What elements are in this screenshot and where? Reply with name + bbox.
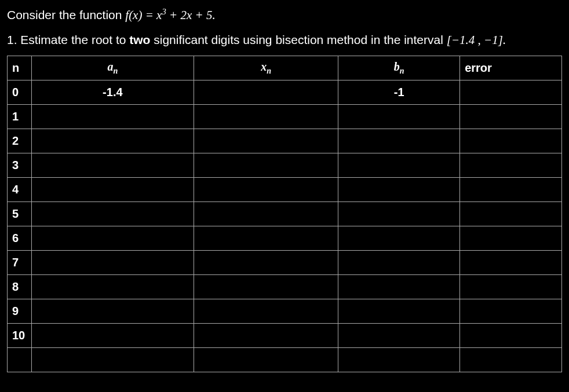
cell-n: 4 — [8, 178, 32, 202]
table-row: 2 — [8, 129, 562, 153]
table-row: 0-1.4-1 — [8, 80, 562, 105]
table-body: 0-1.4-112345678910 — [8, 80, 562, 372]
cell-xn — [194, 105, 338, 129]
cell-n: 7 — [8, 251, 32, 275]
table-row: 7 — [8, 251, 562, 275]
function-expression: f(x) = x3 + 2x + 5. — [125, 8, 215, 22]
cell-bn — [338, 299, 460, 324]
question-prefix: 1. Estimate the root to — [7, 33, 129, 46]
cell-an — [31, 129, 194, 153]
cell-an — [31, 275, 194, 299]
cell-error — [460, 153, 562, 178]
question-line: 1. Estimate the root to two significant … — [7, 33, 562, 47]
cell-an — [31, 153, 194, 178]
table-row: 10 — [8, 324, 562, 348]
cell-bn: -1 — [338, 80, 460, 105]
cell-error — [460, 105, 562, 129]
cell-n: 10 — [8, 324, 32, 348]
cell-n: 2 — [8, 129, 32, 153]
prompt-prefix: Consider the function — [7, 8, 125, 21]
header-an: an — [31, 56, 194, 80]
cell-xn — [194, 226, 338, 251]
cell-error — [460, 202, 562, 226]
header-bn: bn — [338, 56, 460, 80]
table-row: 4 — [8, 178, 562, 202]
question-mid: significant digits using bisection metho… — [150, 33, 446, 46]
cell-error — [460, 324, 562, 348]
cell-bn — [338, 251, 460, 275]
cell-xn — [194, 348, 338, 372]
cell-n: 8 — [8, 275, 32, 299]
cell-bn — [338, 324, 460, 348]
cell-bn — [338, 202, 460, 226]
interval: [−1.4 , −1]. — [447, 33, 506, 47]
cell-an — [31, 348, 194, 372]
table-row: 8 — [8, 275, 562, 299]
cell-error — [460, 275, 562, 299]
question-bold: two — [129, 33, 150, 46]
cell-n — [8, 348, 32, 372]
bisection-table: n an xn bn error 0-1.4-112345678910 — [7, 56, 562, 372]
cell-bn — [338, 129, 460, 153]
cell-an — [31, 299, 194, 324]
cell-n: 3 — [8, 153, 32, 178]
cell-an — [31, 202, 194, 226]
cell-an — [31, 251, 194, 275]
cell-xn — [194, 324, 338, 348]
cell-bn — [338, 348, 460, 372]
cell-an — [31, 226, 194, 251]
cell-an — [31, 178, 194, 202]
cell-error — [460, 348, 562, 372]
cell-error — [460, 80, 562, 105]
table-row: 1 — [8, 105, 562, 129]
cell-error — [460, 129, 562, 153]
cell-xn — [194, 251, 338, 275]
cell-xn — [194, 178, 338, 202]
table-row: 6 — [8, 226, 562, 251]
header-error: error — [460, 56, 562, 80]
table-row: 9 — [8, 299, 562, 324]
cell-xn — [194, 80, 338, 105]
cell-n: 9 — [8, 299, 32, 324]
cell-an: -1.4 — [31, 80, 194, 105]
cell-an — [31, 324, 194, 348]
header-xn: xn — [194, 56, 338, 80]
cell-bn — [338, 178, 460, 202]
prompt-line: Consider the function f(x) = x3 + 2x + 5… — [7, 7, 562, 23]
cell-xn — [194, 153, 338, 178]
cell-bn — [338, 105, 460, 129]
cell-xn — [194, 202, 338, 226]
cell-n: 0 — [8, 80, 32, 105]
cell-an — [31, 105, 194, 129]
cell-n: 5 — [8, 202, 32, 226]
cell-n: 6 — [8, 226, 32, 251]
table-row — [8, 348, 562, 372]
cell-bn — [338, 275, 460, 299]
table-row: 3 — [8, 153, 562, 178]
cell-bn — [338, 153, 460, 178]
header-n: n — [8, 56, 32, 80]
cell-error — [460, 178, 562, 202]
table-row: 5 — [8, 202, 562, 226]
cell-error — [460, 251, 562, 275]
cell-error — [460, 226, 562, 251]
cell-xn — [194, 299, 338, 324]
cell-xn — [194, 129, 338, 153]
cell-xn — [194, 275, 338, 299]
cell-n: 1 — [8, 105, 32, 129]
cell-bn — [338, 226, 460, 251]
cell-error — [460, 299, 562, 324]
table-header-row: n an xn bn error — [8, 56, 562, 80]
